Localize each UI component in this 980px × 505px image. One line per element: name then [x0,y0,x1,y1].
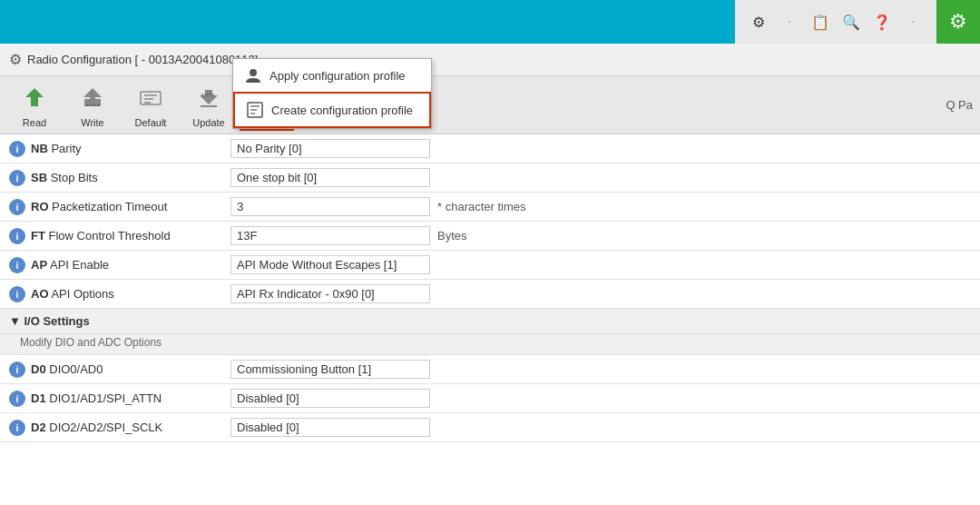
param-name-d1: D1 DIO1/AD1/SPI_ATTN [31,391,230,405]
param-name-ao: AO API Options [31,287,230,301]
info-button-ro[interactable]: i [9,199,25,215]
table-row: i AP API Enable API Mode Without Escapes… [0,251,980,280]
param-value-ap: API Mode Without Escapes [1] [230,255,430,274]
info-button-ao[interactable]: i [9,286,25,302]
write-icon [80,84,105,115]
table-row: i NB Parity No Parity [0] [0,134,980,163]
info-button-nb[interactable]: i [9,141,25,157]
create-profile-label: Create configuration profile [271,104,413,117]
io-section-subtitle: Modify DIO and ADC Options [0,334,980,355]
table-row: i RO Packetization Timeout 3 * character… [0,193,980,222]
write-button[interactable]: Write [65,80,120,131]
table-row: i AO API Options API Rx Indicator - 0x90… [0,280,980,309]
create-profile-icon [246,101,264,119]
param-name-d2: D2 DIO2/AD2/SPI_SCLK [31,421,230,434]
separator2: · [900,9,926,35]
default-button[interactable]: Default [123,80,178,131]
svg-rect-2 [90,92,95,103]
info-button-d1[interactable]: i [9,391,25,407]
param-value-ro: 3 [230,197,430,216]
table-row: i D1 DIO1/AD1/SPI_ATTN Disabled [0] [0,384,980,413]
read-button[interactable]: Read [7,80,62,131]
param-name-d0: D0 DIO0/AD0 [31,362,230,376]
svg-point-21 [250,69,257,76]
param-value-sb: One stop bit [0] [230,168,430,187]
default-icon [138,84,163,115]
write-label: Write [81,117,103,128]
param-value-ft: 13F [230,226,430,245]
create-profile-item[interactable]: Create configuration profile [233,92,431,128]
dropdown-menu: Apply configuration profile Create confi… [232,58,432,129]
default-label: Default [135,117,167,128]
main-content: i NB Parity No Parity [0] i SB Stop Bits… [0,134,980,505]
title-bar: ⚙ Radio Configuration [ - 0013A200410801… [0,44,980,76]
param-name-ft: FT Flow Control Threshold [31,229,230,243]
info-button-ap[interactable]: i [9,257,25,273]
io-triangle-icon: ▼ [9,314,21,328]
gear-button[interactable]: ⚙ [936,0,980,44]
param-name-ap: AP API Enable [31,258,230,272]
info-button-sb[interactable]: i [9,170,25,186]
tools-icon[interactable]: ⚙ [746,9,771,35]
param-value-d2: Disabled [0] [230,418,430,437]
info-button-d0[interactable]: i [9,361,25,378]
table-row: i FT Flow Control Threshold 13F Bytes [0,222,980,251]
param-name-nb: NB Parity [31,142,230,155]
info-button-ft[interactable]: i [9,228,25,244]
help-icon[interactable]: ❓ [869,9,895,35]
param-value-d1: Disabled [0] [230,389,430,408]
update-button[interactable]: Update [181,80,236,131]
top-bar-icons: ⚙ · 📋 🔍 ❓ · [735,0,936,44]
search-icon[interactable]: 🔍 [838,9,864,35]
param-name-ro: RO Packetization Timeout [31,200,230,213]
title-label: Radio Configuration [ - 0013A20041080112… [27,53,258,66]
search-pa-label: Q Pa [946,98,973,112]
param-value-d0: Commissioning Button [1] [230,360,430,379]
separator1: · [777,9,802,35]
param-unit-ro: * character times [437,200,526,213]
toolbar-search[interactable]: Q Pa [946,98,973,112]
info-button-d2[interactable]: i [9,420,25,436]
table-row: i D2 DIO2/AD2/SPI_SCLK Disabled [0] [0,413,980,442]
param-unit-ft: Bytes [437,229,467,243]
title-gear-icon: ⚙ [9,51,22,68]
apply-profile-icon [244,66,262,84]
svg-marker-11 [200,90,218,104]
read-icon [22,84,47,115]
io-section-title: I/O Settings [24,314,90,328]
io-section-header[interactable]: ▼ I/O Settings [0,309,980,334]
table-row: i SB Stop Bits One stop bit [0] [0,163,980,193]
update-icon [196,84,221,115]
toolbar: Read Write Default [0,76,980,134]
apply-profile-item[interactable]: Apply configuration profile [233,59,431,92]
table-row: i D0 DIO0/AD0 Commissioning Button [1] [0,355,980,384]
param-value-ao: API Rx Indicator - 0x90 [0] [230,284,430,303]
param-name-sb: SB Stop Bits [31,171,230,184]
apply-profile-label: Apply configuration profile [270,69,406,83]
top-bar: ⚙ · 📋 🔍 ❓ · ⚙ [0,0,980,44]
read-label: Read [23,117,46,128]
document-icon[interactable]: 📋 [808,9,833,35]
param-value-nb: No Parity [0] [230,139,430,158]
update-label: Update [192,117,224,128]
